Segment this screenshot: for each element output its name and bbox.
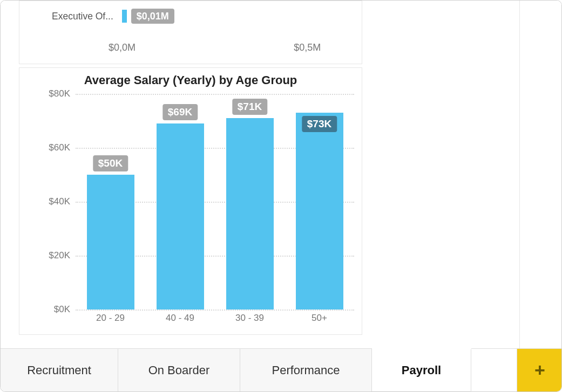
x-axis: 20 - 2940 - 4930 - 3950+: [76, 313, 354, 329]
y-tick-label: $0K: [35, 304, 70, 315]
bar-value-label: $73K: [302, 116, 337, 132]
x-tick-label: 50+: [285, 313, 354, 329]
tab-performance[interactable]: Performance: [240, 349, 372, 391]
chart-plot-area: $0K$20K$40K$60K$80K $50K$69K$71K$73K 20 …: [35, 94, 354, 310]
bar-value-label: $71K: [232, 99, 267, 115]
upper-row-category-label: Executive Of...: [52, 11, 119, 22]
tab-on-boarder[interactable]: On Boarder: [118, 349, 240, 391]
tab-recruitment[interactable]: Recruitment: [1, 349, 118, 391]
chart-bar[interactable]: $69K: [157, 123, 204, 310]
bar-value-label: $50K: [93, 155, 128, 171]
y-tick-label: $20K: [35, 250, 70, 261]
x-tick-label: 20 - 29: [76, 313, 145, 329]
y-tick-label: $40K: [35, 196, 70, 207]
upper-bar[interactable]: [122, 10, 127, 23]
tab-payroll[interactable]: Payroll: [372, 348, 471, 391]
y-tick-label: $80K: [35, 88, 70, 99]
upper-bar-track: $0,01M: [122, 9, 360, 24]
y-axis: $0K$20K$40K$60K$80K: [35, 94, 72, 310]
page-tabs: Recruitment On Boarder Performance Payro…: [1, 348, 562, 391]
bar-slot: $73K: [285, 94, 354, 310]
tab-filler: [471, 349, 517, 391]
app-frame: Executive Of... $0,01M $0,0M $0,5M Avera…: [0, 0, 562, 392]
upper-chart-row: Executive Of... $0,01M: [52, 9, 360, 24]
chart-bar[interactable]: $71K: [226, 118, 274, 310]
add-page-button[interactable]: +: [517, 349, 562, 391]
bar-slot: $69K: [145, 94, 215, 310]
upper-bar-value-pill: $0,01M: [131, 9, 174, 24]
chart-title: Average Salary (Yearly) by Age Group: [19, 73, 362, 87]
bar-value-label: $69K: [162, 104, 198, 120]
upper-x-tick: $0,5M: [294, 42, 321, 53]
chart-bar[interactable]: $50K: [87, 175, 134, 310]
upper-bar-chart[interactable]: Executive Of... $0,01M $0,0M $0,5M: [19, 1, 362, 64]
bar-slot: $50K: [76, 94, 145, 310]
upper-x-axis: $0,0M $0,5M: [122, 42, 360, 56]
upper-x-tick: $0,0M: [109, 42, 136, 53]
avg-salary-by-age-chart[interactable]: Average Salary (Yearly) by Age Group $0K…: [19, 67, 362, 335]
chart-bars: $50K$69K$71K$73K: [76, 94, 354, 310]
gridline: [76, 310, 354, 311]
chart-bar[interactable]: $73K: [296, 113, 343, 310]
right-panel: [519, 1, 561, 349]
x-tick-label: 30 - 39: [215, 313, 285, 329]
dashboard-area: Executive Of... $0,01M $0,0M $0,5M Avera…: [1, 1, 368, 346]
y-tick-label: $60K: [35, 142, 70, 153]
x-tick-label: 40 - 49: [145, 313, 215, 329]
bar-slot: $71K: [215, 94, 285, 310]
